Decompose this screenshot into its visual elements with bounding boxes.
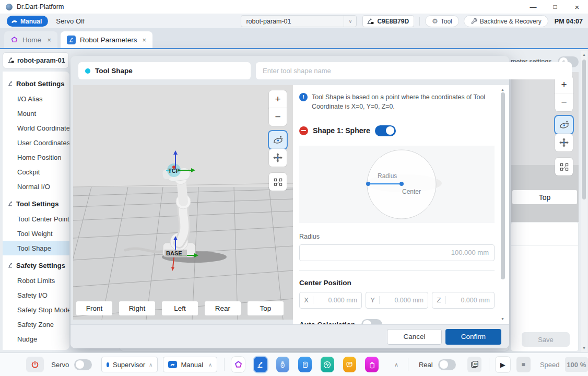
sidebar-item-normal-io[interactable]: Normal I/O [3, 179, 69, 194]
sidebar-item-safety-zone[interactable]: Safety Zone [3, 317, 69, 332]
sidebar-item-tool-shape[interactable]: Tool Shape [3, 241, 69, 255]
power-button[interactable] [26, 357, 44, 372]
sidebar-item-home-position[interactable]: Home Position [3, 150, 69, 164]
shape-enable-toggle[interactable] [375, 125, 396, 136]
mode-dropdown[interactable]: Manual ∧ [163, 357, 217, 372]
bottom-bar: Servo Supervisor ∧ Manual ∧ [0, 352, 588, 376]
sidebar-item-safety-io[interactable]: Safety I/O [3, 288, 69, 302]
confirm-button[interactable]: Confirm [445, 329, 501, 345]
tab-home[interactable]: Home × [4, 31, 57, 48]
tool-shape-name-input[interactable] [256, 62, 572, 79]
bg-measure-button[interactable] [555, 158, 573, 175]
sidebar-item-io-alias[interactable]: I/O Alias [3, 91, 69, 106]
tab-robot-parameters-close-icon[interactable]: × [142, 36, 146, 44]
sidebar-item-tool-weight[interactable]: Tool Weight [3, 226, 69, 241]
main-scrollbar-thumb[interactable] [582, 60, 586, 199]
center-y-field[interactable]: Y 0.000 mm [366, 292, 428, 309]
zoom-in-button[interactable]: + [269, 90, 287, 108]
app-log-icon[interactable] [343, 357, 357, 372]
scroll-up-icon[interactable]: ▲ [582, 53, 586, 56]
tool-button[interactable]: ⚙ Tool [425, 15, 459, 27]
cancel-button[interactable]: Cancel [387, 329, 442, 345]
backdrive-recovery-button[interactable]: Backdrive & Recovery [464, 15, 548, 27]
panel-scrollbar-thumb[interactable] [501, 92, 505, 279]
svg-text:3D: 3D [474, 362, 477, 366]
bottom-bar-divider [489, 358, 489, 371]
sidebar-item-tool-center-point[interactable]: Tool Center Point [3, 212, 69, 226]
diagram-center-label: Center [402, 188, 421, 195]
minimize-button[interactable]: — [522, 0, 544, 14]
sidebar-item-safety-stop-modes[interactable]: Safety Stop Modes [3, 302, 69, 317]
sidebar-param-name: robot-param-01 [17, 57, 65, 64]
stop-button[interactable]: ■ [516, 357, 531, 372]
maximize-button[interactable]: □ [544, 0, 566, 14]
measure-icon [559, 162, 569, 172]
tab-home-close-icon[interactable]: × [47, 36, 51, 44]
manual-mode-button[interactable]: Manual [7, 16, 48, 27]
scroll-up-icon[interactable]: ▲ [501, 88, 504, 91]
view-rear-button[interactable]: Rear [205, 301, 241, 315]
sidebar-param-header[interactable]: robot-param-01 [3, 52, 69, 68]
robot-param-select[interactable]: robot-param-01 ∨ [241, 15, 357, 27]
radius-input[interactable] [299, 244, 495, 261]
background-panel: Save [511, 222, 579, 351]
tab-robot-parameters[interactable]: Robot Parameters × [61, 31, 152, 48]
real-label: Real [419, 361, 433, 369]
servo-toggle[interactable] [74, 359, 92, 370]
play-button[interactable]: ▶ [496, 357, 510, 372]
pan-icon [273, 152, 283, 163]
role-dropdown[interactable]: Supervisor ∧ [101, 357, 158, 372]
center-x-field[interactable]: X 0.000 mm [299, 292, 362, 309]
gear-icon: ⚙ [432, 17, 438, 25]
app-home-icon[interactable] [231, 357, 245, 372]
center-z-field[interactable]: Z 0.000 mm [432, 292, 495, 309]
auto-calculation-toggle[interactable] [361, 319, 382, 324]
sidebar-item-cockpit[interactable]: Cockpit [3, 164, 69, 179]
modal-3d-viewport[interactable]: TCP BASE + − [73, 85, 293, 320]
3d-view-button[interactable]: 3D [467, 357, 481, 372]
measure-button[interactable] [269, 173, 287, 191]
pan-button[interactable] [269, 149, 287, 167]
speed-value[interactable]: 100 % [565, 357, 588, 372]
bg-zoom-out-button[interactable]: − [555, 93, 573, 111]
controller-id-badge[interactable]: C9E8B79D [362, 15, 414, 27]
app-pendant-icon[interactable] [276, 357, 290, 372]
save-button[interactable]: Save [522, 332, 570, 347]
robot-icon [7, 262, 14, 268]
main-scrollbar[interactable]: ▲ ▼ [581, 51, 587, 352]
remove-shape-icon[interactable] [299, 126, 308, 135]
bg-orbit-button[interactable] [555, 116, 573, 134]
scroll-down-icon[interactable]: ▼ [501, 317, 504, 321]
apps-collapse-chevron-icon[interactable]: ∧ [394, 361, 398, 368]
dialog-footer: Cancel Confirm [70, 324, 509, 348]
play-icon: ▶ [500, 361, 505, 369]
zoom-out-button[interactable]: − [269, 108, 287, 126]
robot-param-select-value: robot-param-01 [246, 18, 291, 25]
bg-pan-button[interactable] [555, 134, 573, 151]
view-left-button[interactable]: Left [162, 301, 198, 315]
home-icon [10, 36, 18, 44]
sidebar-item-mount[interactable]: Mount [3, 106, 69, 121]
app-monitoring-icon[interactable] [321, 357, 334, 372]
view-front-button[interactable]: Front [76, 301, 112, 315]
robot-icon [7, 80, 14, 87]
sidebar-item-robot-limits[interactable]: Robot Limits [3, 273, 69, 288]
power-icon [31, 360, 39, 369]
scroll-down-icon[interactable]: ▼ [582, 346, 586, 350]
sidebar-item-user-coordinates[interactable]: User Coordinates [3, 135, 69, 150]
view-right-button[interactable]: Right [119, 301, 155, 315]
panel-scrollbar[interactable]: ▲ ▼ [499, 86, 506, 322]
app-store-icon[interactable] [365, 357, 379, 372]
close-button[interactable]: × [566, 0, 588, 14]
real-toggle[interactable] [438, 359, 456, 370]
orbit-icon [273, 135, 284, 146]
sidebar-section-safety-settings: Safety Settings [3, 257, 69, 273]
app-task-icon[interactable] [298, 357, 312, 372]
view-top-button[interactable]: Top [248, 301, 284, 315]
sidebar-item-world-coordinates[interactable]: World Coordinates [3, 121, 69, 135]
robot-lock-icon [367, 18, 374, 25]
app-robot-params-icon[interactable] [254, 357, 267, 372]
orbit-button[interactable] [269, 131, 287, 149]
sidebar-item-nudge[interactable]: Nudge [3, 332, 69, 346]
bg-view-top-button[interactable]: Top [512, 190, 577, 204]
